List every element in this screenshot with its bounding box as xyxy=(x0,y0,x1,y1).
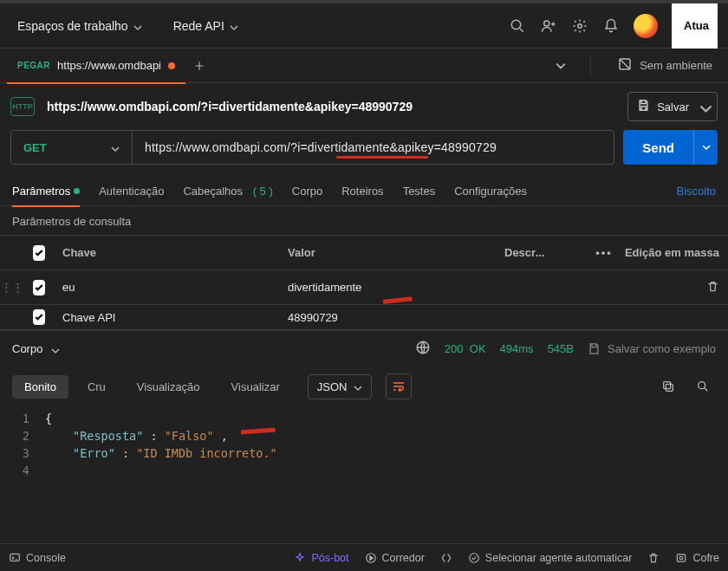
tab-visualize[interactable]: Visualizar xyxy=(219,375,292,399)
wrap-lines-icon[interactable] xyxy=(386,373,412,399)
param-key[interactable]: Chave API xyxy=(54,311,279,324)
trash-footer-icon[interactable] xyxy=(647,552,660,564)
response-body[interactable]: 1{ 2"Resposta" : "Falso" , 3"Erro" : "ID… xyxy=(0,406,728,488)
svg-rect-5 xyxy=(666,384,673,391)
gear-icon[interactable] xyxy=(564,10,595,42)
workspaces-label: Espaços de trabalho xyxy=(17,19,128,33)
environment-selector[interactable]: Sem ambiente xyxy=(608,56,721,75)
chevron-down-icon xyxy=(133,22,142,30)
svg-point-7 xyxy=(699,382,705,389)
bulk-edit-link[interactable]: Edição em massa xyxy=(625,246,719,259)
svg-point-10 xyxy=(470,553,479,562)
runner-button[interactable]: Corredor xyxy=(365,552,425,564)
http-icon: HTTP xyxy=(10,97,35,116)
row-checkbox[interactable] xyxy=(33,309,45,325)
params-title: Parâmetros de consulta xyxy=(0,206,728,235)
workspaces-dropdown[interactable]: Espaços de trabalho xyxy=(10,14,149,38)
tab-settings[interactable]: Configurações xyxy=(454,177,527,206)
tab-auth[interactable]: Autenticação xyxy=(99,177,164,206)
globe-icon[interactable] xyxy=(415,340,431,358)
response-body-label[interactable]: Corpo xyxy=(12,342,42,355)
param-key[interactable]: eu xyxy=(54,281,279,294)
annotation-mark xyxy=(336,156,428,159)
table-row: Chave API 48990729 xyxy=(0,304,728,330)
request-tab[interactable]: PEGAR https://www.omdbapi xyxy=(7,49,185,83)
svg-rect-11 xyxy=(678,554,686,561)
drag-handle-icon[interactable]: ⋮⋮ xyxy=(0,281,24,294)
col-desc: Descr... xyxy=(496,246,574,259)
table-row: ⋮⋮ eu divertidamente xyxy=(0,269,728,304)
table-header: Chave Valor Descr... ••• Edição em massa xyxy=(0,235,728,269)
tab-body[interactable]: Corpo xyxy=(292,177,322,206)
param-value[interactable]: divertidamente xyxy=(279,281,496,294)
request-tabs: Parâmetros Autenticação Cabeçalhos ( 5 )… xyxy=(0,177,728,206)
chevron-down-icon xyxy=(111,143,120,152)
save-button[interactable]: Salvar xyxy=(627,92,718,121)
copy-icon[interactable] xyxy=(655,373,681,399)
avatar[interactable] xyxy=(634,14,658,38)
tab-raw[interactable]: Cru xyxy=(75,375,118,399)
new-tab-button[interactable] xyxy=(185,49,213,83)
send-label: Send xyxy=(623,130,693,165)
auto-agent-button[interactable]: Selecionar agente automaticar xyxy=(468,552,633,564)
save-example-button[interactable]: Salvar como exemplo xyxy=(588,342,716,355)
tab-pretty[interactable]: Bonito xyxy=(12,375,68,399)
breadcrumb-path: https://www.omdbapi.com/?i=divertidament… xyxy=(47,100,413,114)
response-time: 494ms xyxy=(500,342,534,355)
breadcrumb-row: HTTP https://www.omdbapi.com/?i=divertid… xyxy=(0,83,728,130)
tab-method: PEGAR xyxy=(17,61,50,70)
svg-point-2 xyxy=(578,23,582,28)
response-status-bar: Corpo 200 OK 494ms 545B Salvar como exem… xyxy=(0,330,728,367)
svg-point-12 xyxy=(680,556,684,560)
save-label: Salvar xyxy=(657,101,689,114)
chevron-down-icon[interactable] xyxy=(51,345,60,354)
active-dot-icon xyxy=(74,188,80,194)
annotation-mark xyxy=(383,296,413,304)
tab-headers[interactable]: Cabeçalhos ( 5 ) xyxy=(183,177,272,206)
svg-rect-8 xyxy=(10,554,20,561)
params-table: Chave Valor Descr... ••• Edição em massa… xyxy=(0,235,728,330)
method-selector[interactable]: GET xyxy=(11,131,133,164)
tab-params[interactable]: Parâmetros xyxy=(12,177,80,206)
search-response-icon[interactable] xyxy=(690,373,716,399)
tab-bar: PEGAR https://www.omdbapi Sem ambiente xyxy=(0,49,728,83)
cookies-link[interactable]: Biscoito xyxy=(676,185,716,198)
svg-point-0 xyxy=(511,20,521,29)
select-all-checkbox[interactable] xyxy=(33,245,45,261)
upgrade-button[interactable]: Atua xyxy=(672,3,718,49)
svg-rect-6 xyxy=(664,382,671,389)
postbot-button[interactable]: Pós-bot xyxy=(294,552,348,564)
environment-label: Sem ambiente xyxy=(640,59,712,72)
invite-icon[interactable] xyxy=(533,10,564,42)
console-button[interactable]: Console xyxy=(9,552,66,564)
format-selector[interactable]: JSON xyxy=(308,374,373,399)
capture-button[interactable] xyxy=(440,552,452,564)
tab-scripts[interactable]: Roteiros xyxy=(341,177,383,206)
top-bar: Espaços de trabalho Rede API Atua xyxy=(0,3,728,49)
bell-icon[interactable] xyxy=(595,10,627,42)
tab-overflow-button[interactable] xyxy=(549,54,573,78)
url-input[interactable]: https://www.omdbapi.com/?i=divertidament… xyxy=(133,131,614,164)
url-row: GET https://www.omdbapi.com/?i=divertida… xyxy=(0,130,728,177)
search-icon[interactable] xyxy=(502,10,533,42)
tab-tests[interactable]: Testes xyxy=(403,177,436,206)
dirty-dot-icon xyxy=(168,62,175,69)
tab-preview[interactable]: Visualização xyxy=(125,375,212,399)
more-icon[interactable]: ••• xyxy=(595,246,613,259)
response-view-tabs: Bonito Cru Visualização Visualizar JSON xyxy=(0,367,728,406)
col-key: Chave xyxy=(54,246,279,259)
send-dropdown[interactable] xyxy=(693,130,718,165)
api-network-label: Rede API xyxy=(173,19,224,33)
trash-icon[interactable] xyxy=(706,280,719,295)
svg-point-1 xyxy=(544,21,549,26)
status-code: 200 OK xyxy=(445,342,486,355)
vault-button[interactable]: Cofre xyxy=(675,552,719,564)
response-size: 545B xyxy=(548,342,574,355)
row-checkbox[interactable] xyxy=(33,280,45,295)
tab-title: https://www.omdbapi xyxy=(57,59,161,72)
param-value[interactable]: 48990729 xyxy=(279,311,496,324)
send-button[interactable]: Send xyxy=(623,130,718,165)
status-bar: Console Pós-bot Corredor Selecionar agen… xyxy=(0,543,728,571)
method-value: GET xyxy=(23,141,47,154)
api-network-dropdown[interactable]: Rede API xyxy=(166,14,245,38)
